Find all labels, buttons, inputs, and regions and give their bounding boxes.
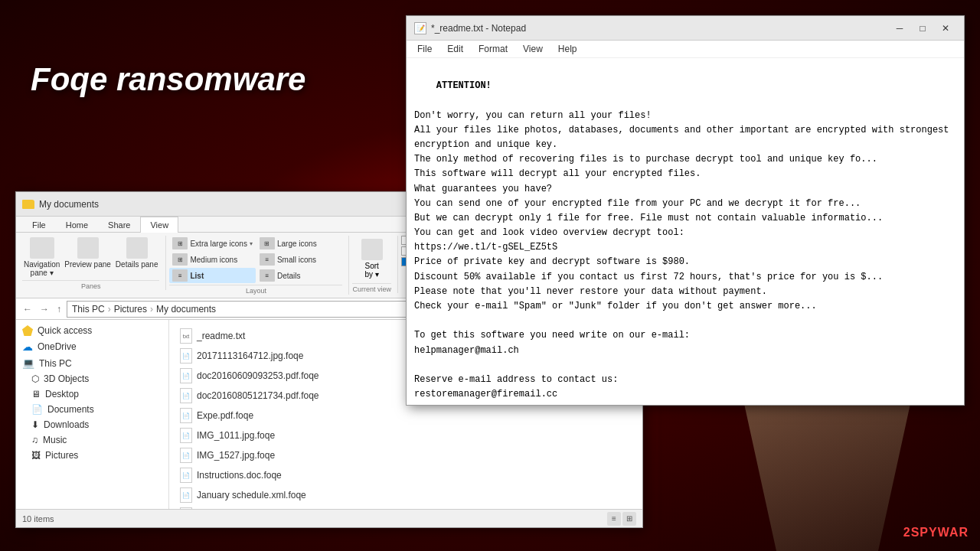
sort-icon (361, 239, 383, 260)
panes-group-label: Panes (22, 280, 159, 290)
details-pane-button[interactable]: Details pane (114, 236, 160, 279)
up-button[interactable]: ↑ (54, 304, 64, 315)
file-name-3: doc20160805121734.pdf.foqe (197, 390, 319, 401)
desktop-icon: 🖥 (31, 389, 41, 399)
preview-pane-label: Preview pane (64, 260, 111, 269)
file-item-8[interactable]: 📄 January schedule.xml.foqe (175, 485, 636, 505)
brand-logo-text: 2 (903, 526, 911, 539)
notepad-menu-file[interactable]: File (411, 42, 438, 56)
file-icon-8: 📄 (180, 487, 192, 503)
documents-icon: 📄 (31, 404, 43, 415)
sidebar-item-pictures[interactable]: 🖼 Pictures (16, 448, 168, 463)
file-item-5[interactable]: 📄 IMG_1011.jpg.foqe (175, 425, 636, 445)
downloads-icon: ⬇ (31, 419, 39, 430)
pictures-icon: 🖼 (31, 450, 41, 461)
sidebar-item-3d-objects[interactable]: ⬡ 3D Objects (16, 371, 168, 386)
notepad-menu-edit[interactable]: Edit (441, 42, 469, 56)
explorer-window-title: My documents (39, 199, 99, 210)
extra-large-icons-button[interactable]: ⊞ Extra large icons ▾ (169, 236, 255, 251)
notepad-menu-view[interactable]: View (517, 42, 549, 56)
sidebar-item-quick-access[interactable]: Quick access (16, 323, 168, 338)
sidebar-item-this-pc[interactable]: 💻 This PC (16, 355, 168, 371)
medium-icon: ⊞ (172, 253, 188, 266)
file-icon-6: 📄 (180, 448, 192, 463)
notepad-minimize-button[interactable]: ─ (889, 21, 910, 36)
path-separator-2: › (150, 304, 153, 315)
file-icon-readme: txt (180, 328, 192, 344)
layout-group: ⊞ Extra large icons ▾ ⊞ Large icons ⊞ Me… (169, 236, 349, 295)
sort-label: Sortby ▾ (365, 262, 379, 279)
notepad-file-icon: 📝 (414, 22, 426, 34)
extra-large-icon: ⊞ (172, 237, 188, 249)
explorer-status-bar: 10 items ≡ ⊞ (16, 509, 642, 527)
file-item-6[interactable]: 📄 IMG_1527.jpg.foqe (175, 445, 636, 465)
pictures-label: Pictures (45, 450, 78, 461)
sidebar-item-onedrive[interactable]: ☁ OneDrive (16, 338, 168, 355)
large-icons-button[interactable]: ⊞ Large icons (256, 236, 342, 251)
path-segment-2[interactable]: Pictures (114, 304, 147, 315)
list-icon: ≡ (172, 269, 188, 282)
notepad-title-left: 📝 *_readme.txt - Notepad (414, 22, 526, 34)
back-button[interactable]: ← (21, 304, 34, 315)
file-item-7[interactable]: 📄 Instructions.doc.foqe (175, 465, 636, 485)
file-icon-5: 📄 (180, 428, 192, 443)
preview-pane-icon (77, 237, 99, 259)
page-title: Foqe ransomware (31, 61, 305, 98)
extra-large-arrow: ▾ (250, 240, 253, 247)
view-list-button[interactable]: ≡ (607, 512, 621, 526)
notepad-titlebar: 📝 *_readme.txt - Notepad ─ □ ✕ (407, 16, 964, 41)
brand-logo-accent: SPYWAR (911, 526, 969, 539)
desktop-label: Desktop (45, 389, 79, 399)
view-toggle-buttons: ≡ ⊞ (607, 512, 636, 526)
notepad-menu-format[interactable]: Format (472, 42, 514, 56)
attention-header: ATTENTION! (436, 80, 492, 91)
preview-pane-button[interactable]: Preview pane (63, 236, 113, 279)
ribbon-tab-home[interactable]: Home (56, 217, 98, 233)
brand-logo: 2SPYWAR (903, 526, 969, 540)
notepad-window-title: *_readme.txt - Notepad (431, 23, 526, 34)
sidebar-item-music[interactable]: ♫ Music (16, 432, 168, 448)
panes-group-items: Navigationpane ▾ Preview pane Details pa… (22, 236, 159, 279)
file-count: 10 items (22, 514, 54, 523)
path-segment-3[interactable]: My documents (156, 304, 216, 315)
sidebar-item-downloads[interactable]: ⬇ Downloads (16, 417, 168, 432)
sort-by-button[interactable]: Sortby ▾ (352, 236, 391, 282)
nav-pane-button[interactable]: Navigationpane ▾ (22, 236, 61, 279)
current-view-group: Sortby ▾ Current view (352, 236, 398, 293)
layout-group-label: Layout (169, 285, 342, 295)
details-pane-icon (126, 237, 148, 259)
file-icon-4: 📄 (180, 408, 192, 423)
sidebar-item-documents[interactable]: 📄 Documents (16, 402, 168, 417)
ribbon-tab-view[interactable]: View (140, 217, 178, 233)
ribbon-tab-share[interactable]: Share (98, 217, 140, 233)
explorer-folder-icon (22, 200, 34, 209)
path-segment-1[interactable]: This PC (72, 304, 105, 315)
file-name-8: January schedule.xml.foqe (197, 490, 306, 500)
details-pane-label: Details pane (116, 260, 158, 269)
medium-icons-button[interactable]: ⊞ Medium icons (169, 252, 255, 267)
list-view-button[interactable]: ≡ List (169, 268, 255, 283)
music-label: Music (43, 435, 67, 445)
notepad-menubar: File Edit Format View Help (407, 41, 964, 58)
file-item-4[interactable]: 📄 Expe.pdf.foqe (175, 406, 636, 425)
ribbon-tab-file[interactable]: File (22, 217, 56, 233)
path-separator-1: › (108, 304, 111, 315)
file-name-2: doc20160609093253.pdf.foqe (197, 370, 319, 381)
file-icon-1: 📄 (180, 348, 192, 364)
notepad-menu-help[interactable]: Help (552, 42, 583, 56)
forward-button[interactable]: → (38, 304, 51, 315)
panes-group: Navigationpane ▾ Preview pane Details pa… (22, 236, 166, 290)
details-view-button[interactable]: ≡ Details (256, 268, 342, 283)
documents-label: Documents (47, 404, 94, 415)
music-icon: ♫ (31, 435, 38, 445)
3d-objects-icon: ⬡ (31, 373, 39, 384)
small-icons-label: Small icons (277, 256, 316, 264)
notepad-maximize-button[interactable]: □ (912, 21, 933, 36)
view-grid-button[interactable]: ⊞ (622, 512, 636, 526)
notepad-close-button[interactable]: ✕ (935, 21, 956, 36)
large-icon: ⊞ (260, 237, 275, 249)
onedrive-label: OneDrive (38, 341, 77, 352)
small-icons-button[interactable]: ≡ Small icons (256, 252, 342, 267)
sidebar-item-desktop[interactable]: 🖥 Desktop (16, 386, 168, 402)
notepad-text-area[interactable]: ATTENTION! Don't worry, you can return a… (407, 58, 964, 405)
